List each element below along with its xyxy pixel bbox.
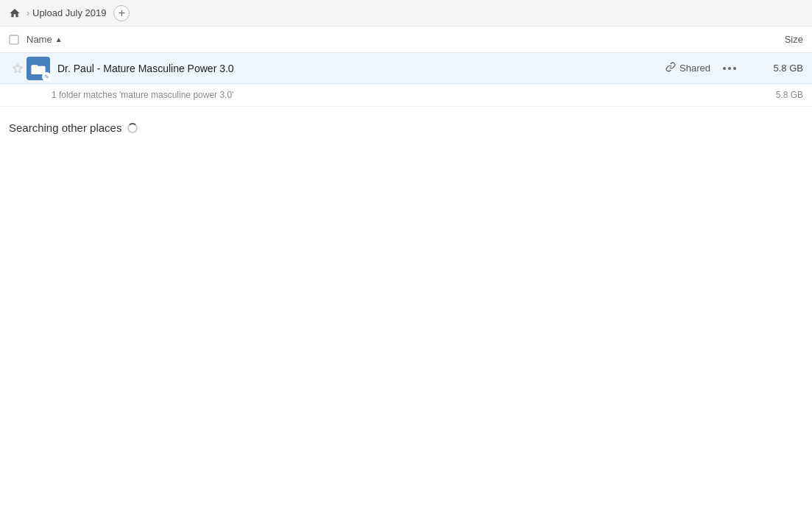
add-button[interactable]: +: [113, 5, 130, 21]
svg-marker-1: [13, 64, 22, 72]
home-icon[interactable]: [9, 7, 21, 19]
searching-section: Searching other places: [0, 107, 812, 149]
sort-arrow-icon: ▲: [55, 35, 63, 43]
folder-edit-badge: ✎: [42, 72, 52, 82]
folder-icon: ✎: [27, 57, 50, 80]
file-size: 5.8 GB: [752, 63, 803, 74]
searching-spinner-icon: [127, 123, 138, 133]
shared-section: Shared: [666, 62, 710, 74]
svg-rect-0: [10, 35, 18, 44]
size-column-header: Size: [744, 34, 803, 45]
file-name: Dr. Paul - Mature Masculine Power 3.0: [57, 63, 666, 74]
select-all-checkbox[interactable]: [9, 35, 27, 45]
summary-row: 1 folder matches 'mature masculine power…: [0, 84, 812, 107]
svg-point-2: [723, 67, 726, 70]
breadcrumb-title: Upload July 2019: [32, 7, 106, 18]
shared-label: Shared: [679, 63, 710, 74]
star-icon[interactable]: [9, 63, 27, 74]
breadcrumb-bar: › Upload July 2019 +: [0, 0, 812, 26]
more-options-button[interactable]: [719, 58, 740, 79]
svg-point-3: [728, 67, 731, 70]
breadcrumb-arrow: ›: [27, 8, 29, 18]
searching-label: Searching other places: [9, 121, 121, 134]
summary-text: 1 folder matches 'mature masculine power…: [52, 90, 752, 100]
searching-title: Searching other places: [9, 121, 803, 134]
column-header-row: Name ▲ Size: [0, 26, 812, 53]
name-column-header[interactable]: Name ▲: [27, 34, 744, 45]
svg-point-4: [733, 67, 736, 70]
link-icon: [666, 62, 676, 74]
summary-size: 5.8 GB: [752, 90, 803, 100]
file-row[interactable]: ✎ Dr. Paul - Mature Masculine Power 3.0 …: [0, 53, 812, 84]
